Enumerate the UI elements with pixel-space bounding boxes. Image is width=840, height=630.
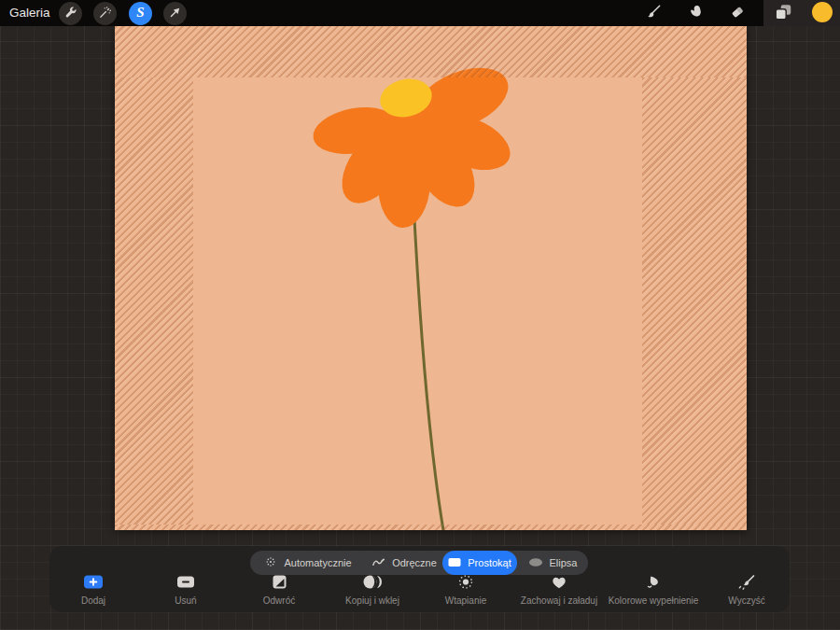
layers-button[interactable] [772,2,794,24]
transform-button[interactable] [163,2,187,25]
mode-automatic-label: Automatycznie [284,557,351,568]
action-clear-label: Wyczyść [728,595,764,606]
brush-tool-button[interactable] [642,2,665,24]
mode-freehand[interactable]: Odręczne [366,551,442,575]
gallery-button[interactable]: Galeria [9,0,50,26]
action-add-label: Dodaj [81,595,105,606]
brush-icon [644,3,663,24]
color-swatch-button[interactable] [811,2,833,24]
action-copy-paste-label: Kopiuj i wklej [345,595,399,606]
auto-dots-icon [264,556,277,569]
smudge-tool-button[interactable] [684,2,707,24]
action-invert-label: Odwróć [263,595,295,606]
feather-icon [455,574,477,593]
copy-paste-icon [361,574,384,593]
topbar-right-section [763,0,840,26]
action-remove[interactable]: Usuń [139,574,232,606]
save-load-heart-icon [548,574,570,593]
action-clear[interactable]: Wyczyść [700,574,793,606]
action-copy-paste[interactable]: Kopiuj i wklej [326,574,419,606]
action-save-load-label: Zachowaj i załaduj [521,595,597,606]
unselected-hatch-bottom [115,525,747,530]
top-toolbar: Galeria S [0,0,840,26]
canvas[interactable] [115,26,747,530]
mode-ellipse-label: Elipsa [550,557,578,568]
action-feather[interactable]: Wtapianie [419,574,512,606]
selection-s-icon: S [136,5,144,21]
invert-icon [268,574,290,593]
magic-wand-icon [98,6,112,22]
rectangle-selection-area[interactable] [193,77,642,525]
clear-brush-icon [735,574,758,593]
arrow-cursor-icon [168,6,182,22]
action-color-fill-label: Kolorowe wypełnienie [609,595,699,606]
layers-icon [773,2,793,25]
action-remove-label: Usuń [175,595,196,606]
eraser-tool-button[interactable] [726,2,749,24]
rectangle-icon [448,557,461,569]
adjustments-button[interactable] [93,2,117,25]
unselected-hatch-left [115,77,193,525]
action-color-fill[interactable]: Kolorowe wypełnienie [607,574,700,606]
action-invert[interactable]: Odwróć [232,574,326,606]
selection-mode-segmented-control: Automatycznie Odręczne Prostokąt [250,551,588,575]
mode-freehand-label: Odręczne [392,557,437,568]
mode-ellipse[interactable]: Elipsa [517,551,588,575]
wrench-icon [63,6,77,22]
selection-options-panel: Automatycznie Odręczne Prostokąt [49,546,790,612]
procreate-app-window: Galeria S [0,0,840,630]
remove-minus-icon [175,574,197,593]
unselected-hatch-right [642,77,747,525]
add-plus-icon [82,574,105,593]
action-save-load[interactable]: Zachowaj i załaduj [512,574,606,606]
smudge-finger-icon [686,3,705,24]
mode-automatic[interactable]: Automatycznie [250,551,366,575]
selection-button[interactable]: S [129,2,152,25]
freehand-pen-icon [371,556,385,569]
mode-rectangle-label: Prostokąt [468,557,511,568]
actions-button[interactable] [59,2,82,25]
unselected-hatch-top [115,26,747,77]
ellipse-icon [528,557,543,569]
mode-rectangle[interactable]: Prostokąt [442,551,517,575]
color-fill-drop-icon [642,574,665,593]
action-add[interactable]: Dodaj [47,574,140,606]
color-swatch-circle [811,1,833,26]
eraser-icon [728,3,747,24]
action-feather-label: Wtapianie [445,595,486,606]
